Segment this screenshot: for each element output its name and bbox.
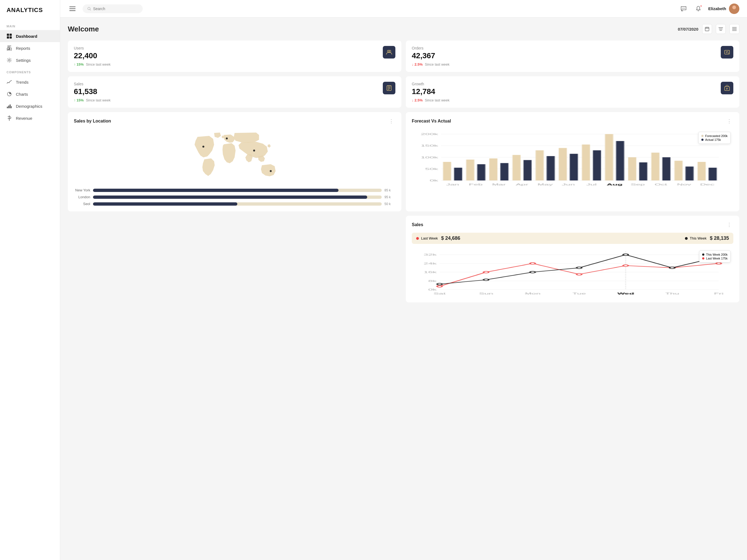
sidebar-section-main: MAIN xyxy=(0,20,60,30)
date-display: 07/07/2020 xyxy=(678,27,698,31)
svg-rect-38 xyxy=(725,50,729,54)
sidebar-item-demographics-label: Demographics xyxy=(16,104,42,108)
sidebar-item-trends[interactable]: Trends xyxy=(0,76,60,88)
main-area: Elizabeth Welcome 07/07/2020 xyxy=(60,0,747,560)
notifications-button[interactable] xyxy=(693,4,703,14)
menu-button[interactable] xyxy=(68,5,77,12)
sales-location-title: Sales by Location xyxy=(74,119,111,124)
svg-rect-0 xyxy=(7,34,9,36)
sales-menu[interactable]: ⋮ xyxy=(725,221,733,228)
sales-header: Sales ⋮ xyxy=(412,221,733,228)
header-controls: 07/07/2020 xyxy=(678,24,739,34)
sales-location-card: Sales by Location ⋮ xyxy=(68,112,402,211)
location-bars: New York 85 k London 95 k Seol 50 k xyxy=(74,188,395,206)
stat-icon-orders xyxy=(721,46,733,58)
sales-legend: Last Week $ 24,686 This Week $ 28,135 xyxy=(412,233,733,244)
sidebar-item-settings[interactable]: Settings xyxy=(0,54,60,66)
svg-line-17 xyxy=(90,9,91,10)
svg-rect-7 xyxy=(8,49,9,50)
svg-point-10 xyxy=(8,59,10,61)
sidebar-item-revenue-label: Revenue xyxy=(16,116,32,121)
revenue-icon xyxy=(6,116,12,121)
svg-rect-25 xyxy=(705,27,709,31)
list-view-button[interactable] xyxy=(729,24,739,34)
chat-button[interactable] xyxy=(679,4,689,14)
avatar xyxy=(729,4,739,14)
svg-point-20 xyxy=(685,8,685,8)
topbar-right: Elizabeth xyxy=(679,4,739,14)
svg-point-43 xyxy=(226,137,228,139)
sidebar-item-settings-label: Settings xyxy=(16,58,31,62)
forecast-card: Forecast Vs Actual ⋮ Forecasted 200k Act… xyxy=(406,112,739,211)
reports-icon xyxy=(6,45,12,51)
svg-rect-14 xyxy=(9,104,11,108)
main-grid: Sales by Location ⋮ xyxy=(68,112,739,302)
sidebar-item-dashboard[interactable]: Dashboard xyxy=(0,30,60,42)
stats-grid: Users 22,400 ↑ 15% Since last week Order… xyxy=(68,41,739,108)
charts-icon xyxy=(6,91,12,97)
topbar: Elizabeth xyxy=(60,0,747,18)
this-week-dot xyxy=(685,237,688,240)
search-input[interactable] xyxy=(93,6,138,11)
svg-rect-13 xyxy=(8,105,9,108)
location-bar-row: New York 85 k xyxy=(74,188,395,192)
svg-point-19 xyxy=(683,8,684,8)
sidebar-item-dashboard-label: Dashboard xyxy=(16,34,37,39)
svg-point-44 xyxy=(253,150,255,152)
location-bar-row: Seol 50 k xyxy=(74,202,395,206)
dashboard-icon xyxy=(6,33,12,39)
svg-rect-3 xyxy=(9,36,12,39)
last-week-dot xyxy=(416,237,419,240)
sidebar-item-charts[interactable]: Charts xyxy=(0,88,60,100)
svg-rect-1 xyxy=(9,34,12,36)
notification-dot xyxy=(700,5,702,7)
svg-rect-12 xyxy=(7,107,8,108)
username: Elizabeth xyxy=(708,6,726,11)
demographics-icon xyxy=(6,103,12,109)
svg-point-42 xyxy=(202,146,204,148)
app-logo: ANALYTICS xyxy=(0,6,60,20)
search-icon xyxy=(87,7,91,11)
content-header: Welcome 07/07/2020 xyxy=(68,24,739,34)
last-week-legend: Last Week $ 24,686 xyxy=(416,235,460,241)
forecast-title: Forecast Vs Actual xyxy=(412,119,451,124)
sidebar: ANALYTICS MAIN Dashboard Reports xyxy=(0,0,60,560)
forecast-header: Forecast Vs Actual ⋮ xyxy=(412,118,733,125)
world-map xyxy=(74,129,395,184)
svg-point-39 xyxy=(728,53,729,54)
filter-button[interactable] xyxy=(716,24,726,34)
stat-card-sales: Sales 61,538 ↑ 15% Since last week xyxy=(68,76,402,108)
sidebar-item-trends-label: Trends xyxy=(16,80,28,84)
stat-card-users: Users 22,400 ↑ 15% Since last week xyxy=(68,41,402,72)
svg-rect-9 xyxy=(10,49,11,50)
svg-point-18 xyxy=(682,8,683,8)
sales-location-header: Sales by Location ⋮ xyxy=(74,118,395,125)
sales-location-menu[interactable]: ⋮ xyxy=(387,118,395,125)
forecast-menu[interactable]: ⋮ xyxy=(725,118,733,125)
svg-rect-4 xyxy=(7,46,11,46)
svg-point-45 xyxy=(270,170,272,172)
sidebar-item-demographics[interactable]: Demographics xyxy=(0,100,60,112)
content: Welcome 07/07/2020 xyxy=(60,18,747,560)
svg-rect-8 xyxy=(9,48,10,50)
sidebar-item-charts-label: Charts xyxy=(16,92,28,97)
svg-rect-15 xyxy=(11,106,12,108)
stat-icon-users xyxy=(383,46,395,58)
stat-card-orders: Orders 42,367 ↓ 2.5% Since last week xyxy=(406,41,739,72)
sales-title: Sales xyxy=(412,222,423,227)
calendar-button[interactable] xyxy=(702,24,712,34)
sidebar-item-reports[interactable]: Reports xyxy=(0,42,60,54)
sidebar-item-revenue[interactable]: Revenue xyxy=(0,112,60,124)
trends-icon xyxy=(6,79,12,85)
svg-rect-2 xyxy=(7,36,9,39)
sidebar-item-reports-label: Reports xyxy=(16,46,30,51)
sales-card: Sales ⋮ Last Week $ 24,686 This Week $ 2… xyxy=(406,216,739,302)
stat-icon-sales xyxy=(383,82,395,94)
page-title: Welcome xyxy=(68,25,99,33)
sidebar-section-components: COMPONENTS xyxy=(0,66,60,76)
search-box[interactable] xyxy=(83,4,143,13)
this-week-legend: This Week $ 28,135 xyxy=(685,235,729,241)
settings-icon xyxy=(6,57,12,63)
user-profile[interactable]: Elizabeth xyxy=(708,4,739,14)
stat-icon-growth xyxy=(721,82,733,94)
